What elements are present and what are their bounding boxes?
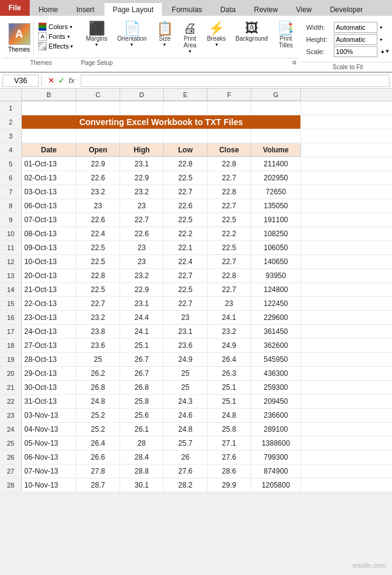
cell-low-13[interactable]: 22.7 — [164, 269, 208, 282]
cell-volume-17[interactable]: 361450 — [251, 325, 301, 338]
row-header[interactable]: 8 — [0, 199, 22, 213]
cell-date-12[interactable]: 10-Oct-13 — [22, 255, 76, 268]
tab-file[interactable]: File — [0, 0, 30, 16]
cell-low-25[interactable]: 25.7 — [164, 437, 208, 450]
cell-date-25[interactable]: 05-Nov-13 — [22, 437, 76, 450]
row-header[interactable]: 28 — [0, 478, 22, 492]
row-header[interactable]: 5 — [0, 157, 22, 171]
row-header[interactable]: 7 — [0, 185, 22, 199]
cell-date-8[interactable]: 06-Oct-13 — [22, 199, 76, 213]
cell-b3[interactable] — [22, 129, 76, 143]
cell-close-28[interactable]: 29.9 — [208, 478, 251, 492]
row-header[interactable]: 12 — [0, 255, 22, 268]
cell-volume-11[interactable]: 106050 — [251, 241, 301, 254]
cell-d3[interactable] — [120, 129, 164, 143]
cell-volume-23[interactable]: 236600 — [251, 409, 301, 422]
cell-open-27[interactable]: 27.8 — [76, 464, 120, 478]
cell-open-5[interactable]: 22.9 — [76, 157, 120, 171]
cell-close-17[interactable]: 23.2 — [208, 325, 251, 338]
cell-close-22[interactable]: 25.1 — [208, 395, 251, 408]
cell-close-5[interactable]: 22.8 — [208, 157, 251, 171]
cell-open-19[interactable]: 25 — [76, 353, 120, 366]
cell-close-14[interactable]: 22.7 — [208, 283, 251, 296]
cell-open-9[interactable]: 22.6 — [76, 213, 120, 226]
cell-high-10[interactable]: 22.6 — [120, 227, 164, 240]
print-area-button[interactable]: 🖨 Print Area ▾ — [179, 21, 201, 55]
row-header[interactable]: 4 — [0, 143, 22, 157]
cell-close-26[interactable]: 27.6 — [208, 451, 251, 464]
header-volume[interactable]: Volume — [251, 143, 301, 157]
col-header-f[interactable]: F — [208, 89, 251, 101]
cell-date-17[interactable]: 24-Oct-13 — [22, 325, 76, 338]
width-input[interactable] — [334, 22, 377, 33]
row-header[interactable]: 21 — [0, 381, 22, 394]
cell-volume-12[interactable]: 140650 — [251, 255, 301, 268]
cell-date-13[interactable]: 20-Oct-13 — [22, 269, 76, 282]
background-button[interactable]: 🖼 Background — [232, 21, 271, 43]
cell-high-17[interactable]: 24.1 — [120, 325, 164, 338]
cell-high-15[interactable]: 23.1 — [120, 297, 164, 310]
effects-button[interactable]: Effects ▾ — [36, 41, 75, 51]
function-icon[interactable]: fx — [69, 76, 75, 85]
cell-high-24[interactable]: 26.1 — [120, 423, 164, 436]
tab-page-layout[interactable]: Page Layout — [104, 2, 163, 16]
cell-open-14[interactable]: 22.5 — [76, 283, 120, 296]
cell-low-9[interactable]: 22.5 — [164, 213, 208, 226]
cell-close-13[interactable]: 22.8 — [208, 269, 251, 282]
cell-open-8[interactable]: 23 — [76, 199, 120, 213]
cell-low-28[interactable]: 28.2 — [164, 478, 208, 492]
cell-low-24[interactable]: 24.8 — [164, 423, 208, 436]
cell-open-13[interactable]: 22.8 — [76, 269, 120, 282]
print-titles-button[interactable]: 📑 Print Titles — [274, 21, 297, 50]
cell-volume-24[interactable]: 289100 — [251, 423, 301, 436]
cell-low-23[interactable]: 24.6 — [164, 409, 208, 422]
size-button[interactable]: 📋 Size ▾ — [153, 21, 177, 49]
cell-volume-19[interactable]: 545950 — [251, 353, 301, 366]
cell-close-7[interactable]: 22.8 — [208, 185, 251, 199]
cell-high-21[interactable]: 26.8 — [120, 381, 164, 394]
page-setup-dialog-icon[interactable]: ⧉ — [292, 60, 296, 66]
cell-volume-15[interactable]: 122450 — [251, 297, 301, 310]
cell-date-14[interactable]: 21-Oct-13 — [22, 283, 76, 296]
cell-volume-7[interactable]: 72650 — [251, 185, 301, 199]
cell-open-22[interactable]: 24.8 — [76, 395, 120, 408]
cell-date-10[interactable]: 08-Oct-13 — [22, 227, 76, 240]
cell-low-22[interactable]: 24.3 — [164, 395, 208, 408]
cell-close-16[interactable]: 24.1 — [208, 311, 251, 324]
cell-low-10[interactable]: 22.2 — [164, 227, 208, 240]
cell-open-17[interactable]: 23.8 — [76, 325, 120, 338]
header-high[interactable]: High — [120, 143, 164, 157]
cell-low-12[interactable]: 22.4 — [164, 255, 208, 268]
row-header[interactable]: 24 — [0, 423, 22, 436]
cell-date-27[interactable]: 07-Nov-13 — [22, 464, 76, 478]
cell-high-5[interactable]: 23.1 — [120, 157, 164, 171]
cell-low-15[interactable]: 22.7 — [164, 297, 208, 310]
row-header[interactable]: 13 — [0, 269, 22, 282]
cell-open-11[interactable]: 22.5 — [76, 241, 120, 254]
cell-volume-16[interactable]: 229600 — [251, 311, 301, 324]
cell-close-21[interactable]: 25.1 — [208, 381, 251, 394]
cell-close-25[interactable]: 27.1 — [208, 437, 251, 450]
scale-input[interactable] — [334, 46, 377, 57]
cell-close-18[interactable]: 24.9 — [208, 339, 251, 352]
cell-high-26[interactable]: 28.4 — [120, 451, 164, 464]
cell-date-5[interactable]: 01-Oct-13 — [22, 157, 76, 171]
cell-date-15[interactable]: 22-Oct-13 — [22, 297, 76, 310]
colors-button[interactable]: Colors ▾ — [36, 22, 75, 32]
cancel-icon[interactable]: ✕ — [48, 76, 55, 85]
cell-high-7[interactable]: 23.2 — [120, 185, 164, 199]
header-low[interactable]: Low — [164, 143, 208, 157]
title-cell[interactable]: Converting Excel Workbook to TXT Files — [22, 115, 301, 129]
cell-high-16[interactable]: 24.4 — [120, 311, 164, 324]
cell-high-25[interactable]: 28 — [120, 437, 164, 450]
col-header-g[interactable]: G — [251, 89, 301, 101]
cell-volume-9[interactable]: 191100 — [251, 213, 301, 226]
cell-date-24[interactable]: 04-Nov-13 — [22, 423, 76, 436]
row-header[interactable]: 26 — [0, 451, 22, 464]
width-arrow[interactable]: ▾ — [380, 25, 382, 30]
cell-close-12[interactable]: 22.7 — [208, 255, 251, 268]
row-header[interactable]: 10 — [0, 227, 22, 240]
row-header[interactable]: 18 — [0, 339, 22, 352]
row-header[interactable]: 14 — [0, 283, 22, 296]
header-close[interactable]: Close — [208, 143, 251, 157]
